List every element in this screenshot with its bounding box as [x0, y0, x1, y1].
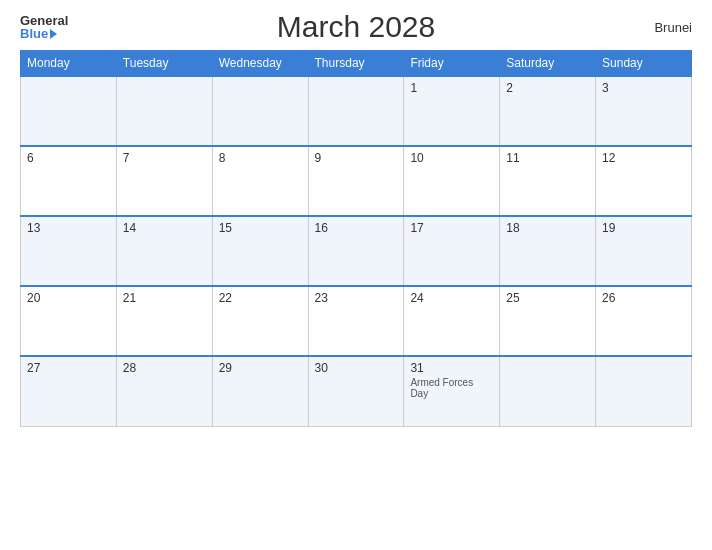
calendar-cell: 21: [116, 286, 212, 356]
day-number: 1: [410, 81, 417, 95]
day-number: 28: [123, 361, 136, 375]
calendar-cell: [500, 356, 596, 426]
calendar-cell: 20: [21, 286, 117, 356]
day-header-monday: Monday: [21, 51, 117, 77]
calendar-cell: [308, 76, 404, 146]
day-number: 26: [602, 291, 615, 305]
day-header-sunday: Sunday: [596, 51, 692, 77]
calendar-week-5: 2728293031Armed Forces Day: [21, 356, 692, 426]
calendar-cell: 31Armed Forces Day: [404, 356, 500, 426]
event-label: Armed Forces Day: [410, 377, 493, 399]
calendar-cell: 1: [404, 76, 500, 146]
calendar-cell: 13: [21, 216, 117, 286]
day-number: 21: [123, 291, 136, 305]
calendar-cell: 10: [404, 146, 500, 216]
day-number: 11: [506, 151, 519, 165]
calendar-cell: 23: [308, 286, 404, 356]
calendar-cell: 26: [596, 286, 692, 356]
calendar-cell: 18: [500, 216, 596, 286]
day-number: 8: [219, 151, 226, 165]
day-number: 30: [315, 361, 328, 375]
calendar-cell: 3: [596, 76, 692, 146]
logo-blue-text: Blue: [20, 27, 57, 40]
day-number: 17: [410, 221, 423, 235]
calendar-cell: 14: [116, 216, 212, 286]
calendar-cell: 12: [596, 146, 692, 216]
day-number: 12: [602, 151, 615, 165]
calendar-cell: 6: [21, 146, 117, 216]
day-number: 10: [410, 151, 423, 165]
calendar-cell: [116, 76, 212, 146]
day-number: 3: [602, 81, 609, 95]
day-number: 27: [27, 361, 40, 375]
calendar-cell: 9: [308, 146, 404, 216]
day-number: 19: [602, 221, 615, 235]
calendar-cell: 19: [596, 216, 692, 286]
day-header-friday: Friday: [404, 51, 500, 77]
calendar-cell: 30: [308, 356, 404, 426]
day-number: 13: [27, 221, 40, 235]
calendar-cell: 15: [212, 216, 308, 286]
day-header-saturday: Saturday: [500, 51, 596, 77]
day-number: 31: [410, 361, 423, 375]
day-number: 23: [315, 291, 328, 305]
day-number: 16: [315, 221, 328, 235]
calendar-title: March 2028: [277, 10, 435, 44]
day-header-thursday: Thursday: [308, 51, 404, 77]
calendar-cell: 24: [404, 286, 500, 356]
calendar-week-1: 123: [21, 76, 692, 146]
logo: General Blue: [20, 14, 68, 40]
calendar-cell: [212, 76, 308, 146]
day-number: 25: [506, 291, 519, 305]
page-header: General Blue March 2028 Brunei: [20, 10, 692, 44]
calendar-week-4: 20212223242526: [21, 286, 692, 356]
day-number: 6: [27, 151, 34, 165]
calendar-cell: 25: [500, 286, 596, 356]
day-header-wednesday: Wednesday: [212, 51, 308, 77]
logo-triangle-icon: [50, 29, 57, 39]
calendar-cell: 17: [404, 216, 500, 286]
day-number: 15: [219, 221, 232, 235]
calendar-cell: [596, 356, 692, 426]
day-number: 22: [219, 291, 232, 305]
day-number: 7: [123, 151, 130, 165]
day-number: 24: [410, 291, 423, 305]
day-number: 20: [27, 291, 40, 305]
calendar-cell: 8: [212, 146, 308, 216]
calendar-header-row: MondayTuesdayWednesdayThursdayFridaySatu…: [21, 51, 692, 77]
calendar-cell: 29: [212, 356, 308, 426]
day-header-tuesday: Tuesday: [116, 51, 212, 77]
day-number: 29: [219, 361, 232, 375]
calendar-table: MondayTuesdayWednesdayThursdayFridaySatu…: [20, 50, 692, 427]
calendar-week-3: 13141516171819: [21, 216, 692, 286]
calendar-cell: 7: [116, 146, 212, 216]
country-label: Brunei: [654, 20, 692, 35]
calendar-cell: 22: [212, 286, 308, 356]
calendar-cell: 28: [116, 356, 212, 426]
day-number: 18: [506, 221, 519, 235]
calendar-cell: 27: [21, 356, 117, 426]
day-number: 2: [506, 81, 513, 95]
day-number: 9: [315, 151, 322, 165]
calendar-cell: 11: [500, 146, 596, 216]
calendar-week-2: 6789101112: [21, 146, 692, 216]
day-number: 14: [123, 221, 136, 235]
calendar-cell: 2: [500, 76, 596, 146]
calendar-cell: [21, 76, 117, 146]
calendar-cell: 16: [308, 216, 404, 286]
